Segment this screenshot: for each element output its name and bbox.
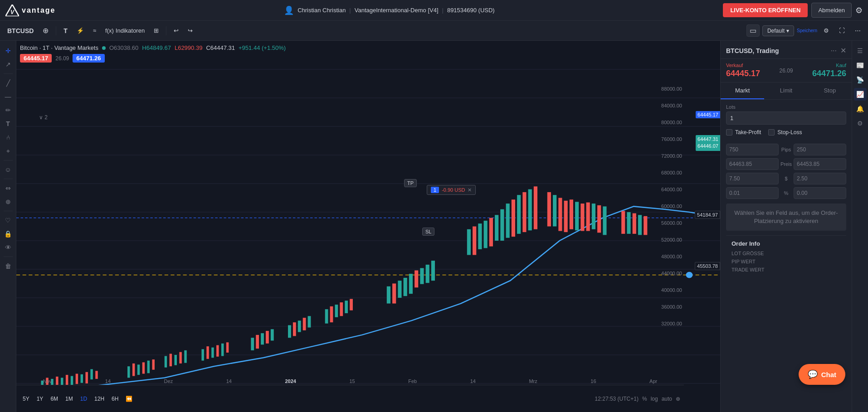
indicators-icon: f(x) <box>105 27 114 34</box>
layout-button[interactable]: ▭ <box>746 24 760 37</box>
save-button[interactable]: Speichern <box>797 28 817 33</box>
tp-checkbox[interactable] <box>726 129 732 136</box>
svg-rect-50 <box>288 325 291 338</box>
emoji-tool[interactable]: ☺ <box>2 163 15 176</box>
tp-price-input[interactable] <box>726 158 779 170</box>
watchlist-icon[interactable]: ☰ <box>854 44 867 57</box>
tab-stop[interactable]: Stop <box>808 82 852 99</box>
tp-sl-checkboxes: Take-Profit Stop-Loss <box>726 129 846 139</box>
timeframe-button[interactable]: ⚡ <box>73 25 88 36</box>
eye-tool[interactable]: 👁 <box>2 241 15 254</box>
templates-button[interactable]: ⊞ <box>150 25 162 36</box>
abmelden-button[interactable]: Abmelden <box>811 3 852 18</box>
fullscreen-button[interactable]: ⛶ <box>835 25 848 36</box>
text-tool[interactable]: T <box>60 25 71 36</box>
tab-limit[interactable]: Limit <box>764 82 808 99</box>
crosshair-bottom-icon[interactable]: ⊕ <box>676 396 680 402</box>
trade-box[interactable]: 1 -0.90 USD ✕ <box>427 185 476 195</box>
svg-rect-60 <box>350 299 353 310</box>
timeframe-icon: ⚡ <box>77 27 84 34</box>
tab-markt[interactable]: Markt <box>721 82 764 99</box>
symbol-selector[interactable]: BTCUSD <box>4 25 37 36</box>
zoom-tool[interactable]: ⊕ <box>2 195 15 208</box>
tp-pct-input[interactable] <box>726 187 779 199</box>
measure-tool[interactable]: ⇔ <box>2 182 15 194</box>
add-symbol-button[interactable]: ⊕ <box>39 24 52 37</box>
settings-right-icon[interactable]: ⚙ <box>854 117 867 130</box>
brush-tool[interactable]: ✏ <box>2 104 15 116</box>
account-info: VantageInternational-Demo [V4] <box>355 7 439 14</box>
chat-button[interactable]: 💬 Chat <box>799 364 845 385</box>
compare-button[interactable]: ≈ <box>89 25 100 36</box>
svg-rect-28 <box>127 366 130 378</box>
time-1d[interactable]: 1D <box>78 394 90 403</box>
live-konto-button[interactable]: LIVE-KONTO ERÖFFNEN <box>723 3 808 17</box>
logo[interactable]: V vantage <box>5 5 55 16</box>
fork-tool[interactable]: ⑃ <box>2 131 15 144</box>
chat-bubble-icon: 💬 <box>808 369 818 379</box>
time-5y[interactable]: 5Y <box>20 394 32 403</box>
trading-icon[interactable]: 📈 <box>854 88 867 101</box>
header: V vantage 👤 Christian Christian | Vantag… <box>0 0 868 21</box>
trash-tool[interactable]: 🗑 <box>2 260 15 272</box>
time-12h[interactable]: 12H <box>92 394 107 403</box>
svg-rect-57 <box>335 305 338 317</box>
default-label: Default <box>767 28 785 34</box>
more-options-icon[interactable]: ··· <box>831 47 837 55</box>
indicators-button[interactable]: f(x) Indikatoren <box>102 25 148 36</box>
more-button[interactable]: ⋯ <box>851 25 864 36</box>
tp-dollar-input[interactable] <box>726 173 779 184</box>
svg-rect-79 <box>517 195 521 234</box>
log-toggle[interactable]: log <box>651 396 658 402</box>
horizontal-line-tool[interactable]: ― <box>2 90 15 103</box>
replay-button[interactable]: ⏪ <box>123 394 135 403</box>
sl-checkbox-row: Stop-Loss <box>768 129 802 136</box>
settings-icon[interactable]: ⚙ <box>855 5 863 15</box>
sl-price-input[interactable] <box>794 158 846 170</box>
close-trade-icon[interactable]: ✕ <box>468 187 472 193</box>
svg-rect-56 <box>330 306 333 322</box>
ohlc-close: C64447.31 <box>206 44 235 51</box>
sl-checkbox[interactable] <box>768 129 775 136</box>
tp-pips-input[interactable] <box>726 144 779 155</box>
sl-pips-input[interactable] <box>794 144 846 155</box>
undo-button[interactable]: ↩ <box>170 25 182 36</box>
time-1y[interactable]: 1Y <box>34 394 46 403</box>
svg-rect-33 <box>152 359 155 370</box>
percent-toggle[interactable]: % <box>642 396 647 402</box>
redo-button[interactable]: ↪ <box>184 25 196 36</box>
layout-icon: ▭ <box>750 26 756 35</box>
sl-pct-input[interactable] <box>794 187 846 199</box>
lots-input[interactable] <box>726 111 846 125</box>
price-marker-low: 45503.78 <box>695 262 720 270</box>
left-sep-4 <box>4 211 13 211</box>
time-1m[interactable]: 1M <box>63 394 76 403</box>
time-6h[interactable]: 6H <box>109 394 121 403</box>
svg-rect-75 <box>495 215 498 241</box>
svg-rect-71 <box>473 227 476 255</box>
sl-dollar-input[interactable] <box>794 173 846 184</box>
chat-label: Chat <box>821 371 836 378</box>
lock-tool[interactable]: 🔒 <box>2 228 15 240</box>
arrow-tool[interactable]: ↗ <box>2 58 15 71</box>
alerts-icon[interactable]: 🔔 <box>854 102 867 115</box>
news-icon[interactable]: 📰 <box>854 59 867 72</box>
submit-button[interactable]: Wählen Sie ein Feld aus, um die Order-Pl… <box>726 204 846 231</box>
pattern-tool[interactable]: ⌖ <box>2 145 15 157</box>
settings-toolbar-button[interactable]: ⚙ <box>820 25 833 36</box>
svg-rect-85 <box>558 198 562 231</box>
svg-rect-90 <box>586 203 590 231</box>
signals-icon[interactable]: 📡 <box>854 73 867 86</box>
line-tool[interactable]: ╱ <box>2 77 15 89</box>
auto-toggle[interactable]: auto <box>662 396 672 402</box>
default-layout-button[interactable]: Default ▾ <box>762 25 794 36</box>
time-6m[interactable]: 6M <box>48 394 61 403</box>
svg-rect-42 <box>216 345 219 357</box>
crosshair-tool[interactable]: ✛ <box>2 44 15 57</box>
text-draw-tool[interactable]: T <box>2 117 15 130</box>
redo-icon: ↪ <box>188 27 193 34</box>
chart-area[interactable]: Bitcoin · 1T · Vantage Markets O63038.60… <box>16 41 720 412</box>
svg-rect-49 <box>271 329 274 340</box>
watchlist-tool[interactable]: ♡ <box>2 214 15 227</box>
close-panel-icon[interactable]: ✕ <box>840 46 846 55</box>
